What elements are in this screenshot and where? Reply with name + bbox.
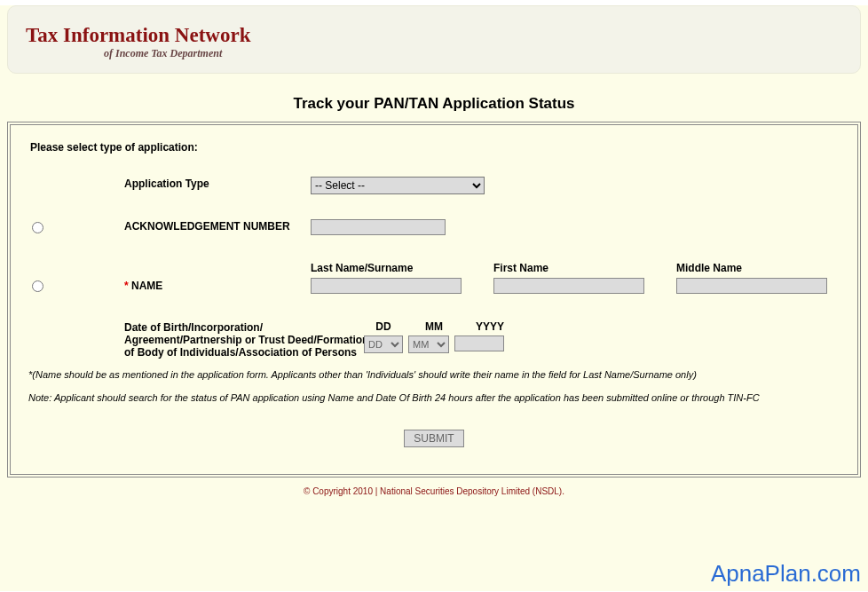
mm-select[interactable]: MM (408, 335, 449, 353)
ack-row: ACKNOWLEDGEMENT NUMBER (27, 219, 841, 237)
last-name-header: Last Name/Surname (311, 262, 462, 274)
first-name-input[interactable] (493, 278, 644, 294)
watermark: ApnaPlan.com (711, 560, 861, 588)
site-title: Tax Information Network (26, 24, 853, 47)
form-panel: Please select type of application: Appli… (10, 124, 858, 475)
submit-button[interactable]: SUBMIT (404, 430, 463, 447)
dd-header: DD (364, 320, 403, 333)
ack-input[interactable] (311, 219, 446, 235)
application-type-label: Application Type (124, 177, 311, 190)
ack-label: ACKNOWLEDGEMENT NUMBER (124, 219, 311, 233)
footer-copyright: © Copyright 2010 | National Securities D… (0, 478, 868, 500)
note-name: *(Name should be as mentioned in the app… (28, 369, 840, 380)
site-subtitle: of Income Tax Department (104, 47, 853, 60)
yyyy-input[interactable] (454, 335, 504, 351)
middle-name-header: Middle Name (676, 262, 827, 274)
application-type-select[interactable]: -- Select -- (311, 177, 485, 194)
ack-radio[interactable] (32, 222, 43, 233)
name-label: NAME (131, 280, 162, 292)
first-name-header: First Name (493, 262, 644, 274)
dd-select[interactable]: DD (364, 335, 403, 353)
header-banner: Tax Information Network of Income Tax De… (7, 5, 861, 74)
section-label: Please select type of application: (30, 141, 841, 154)
application-type-row: Application Type -- Select -- (27, 177, 841, 194)
middle-name-input[interactable] (676, 278, 827, 294)
yyyy-header: YYYY (465, 320, 515, 333)
name-row: * NAME Last Name/Surname First Name (27, 262, 841, 296)
mm-header: MM (414, 320, 454, 333)
last-name-input[interactable] (311, 278, 462, 294)
dob-row: Date of Birth/Incorporation/ Agreement/P… (27, 320, 841, 359)
name-radio[interactable] (32, 280, 43, 292)
required-star: * (124, 280, 131, 292)
page-heading: Track your PAN/TAN Application Status (0, 95, 868, 113)
form-border-outer: Please select type of application: Appli… (7, 122, 861, 478)
note-search: Note: Applicant should search for the st… (28, 392, 840, 403)
